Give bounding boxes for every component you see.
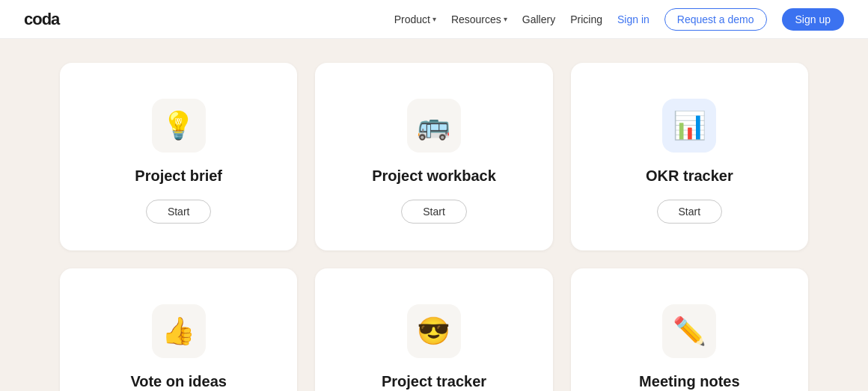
- card-icon-project-brief: 💡: [162, 110, 195, 141]
- nav-right: Product ▾ Resources ▾ Gallery Pricing Si…: [394, 8, 844, 31]
- card-icon-wrapper-project-tracker: 😎: [407, 304, 461, 358]
- card-meeting-notes: ✏️Meeting notesStart: [571, 268, 808, 391]
- request-demo-button[interactable]: Request a demo: [664, 8, 767, 31]
- navbar: coda Product ▾ Resources ▾ Gallery Prici…: [0, 0, 868, 39]
- card-icon-vote-on-ideas: 👍: [162, 315, 195, 347]
- card-title-project-tracker: Project tracker: [382, 373, 486, 390]
- card-icon-wrapper-project-brief: 💡: [152, 99, 206, 153]
- chevron-down-icon: ▾: [433, 15, 436, 23]
- card-title-project-workback: Project workback: [372, 167, 496, 185]
- signup-button[interactable]: Sign up: [782, 8, 844, 31]
- card-icon-project-workback: 🚌: [417, 110, 450, 141]
- nav-resources-label: Resources: [451, 13, 501, 25]
- card-title-vote-on-ideas: Vote on ideas: [130, 373, 227, 390]
- nav-product[interactable]: Product ▾: [394, 13, 436, 25]
- card-start-button-okr-tracker[interactable]: Start: [657, 200, 723, 224]
- nav-product-label: Product: [394, 13, 430, 25]
- main-content: 💡Project briefStart🚌Project workbackStar…: [0, 39, 868, 391]
- card-title-okr-tracker: OKR tracker: [646, 167, 733, 185]
- card-project-tracker: 😎Project trackerStart: [315, 268, 552, 391]
- cards-grid: 💡Project briefStart🚌Project workbackStar…: [60, 63, 808, 391]
- card-start-button-project-brief[interactable]: Start: [146, 200, 212, 224]
- nav-pricing[interactable]: Pricing: [570, 13, 602, 25]
- card-icon-okr-tracker: 📊: [673, 110, 706, 141]
- card-title-meeting-notes: Meeting notes: [639, 373, 739, 390]
- card-project-brief: 💡Project briefStart: [60, 63, 297, 250]
- card-icon-meeting-notes: ✏️: [673, 315, 706, 347]
- nav-gallery[interactable]: Gallery: [522, 13, 555, 25]
- logo[interactable]: coda: [24, 10, 59, 29]
- chevron-down-icon: ▾: [504, 15, 507, 23]
- card-title-project-brief: Project brief: [135, 167, 222, 185]
- card-project-workback: 🚌Project workbackStart: [315, 63, 552, 250]
- card-okr-tracker: 📊OKR trackerStart: [571, 63, 808, 250]
- nav-resources[interactable]: Resources ▾: [451, 13, 507, 25]
- card-vote-on-ideas: 👍Vote on ideasStart: [60, 268, 297, 391]
- card-start-button-project-workback[interactable]: Start: [401, 200, 467, 224]
- card-icon-wrapper-vote-on-ideas: 👍: [152, 304, 206, 358]
- card-icon-project-tracker: 😎: [417, 315, 450, 347]
- card-icon-wrapper-meeting-notes: ✏️: [662, 304, 716, 358]
- nav-signin[interactable]: Sign in: [617, 13, 650, 25]
- card-icon-wrapper-okr-tracker: 📊: [662, 99, 716, 153]
- card-icon-wrapper-project-workback: 🚌: [407, 99, 461, 153]
